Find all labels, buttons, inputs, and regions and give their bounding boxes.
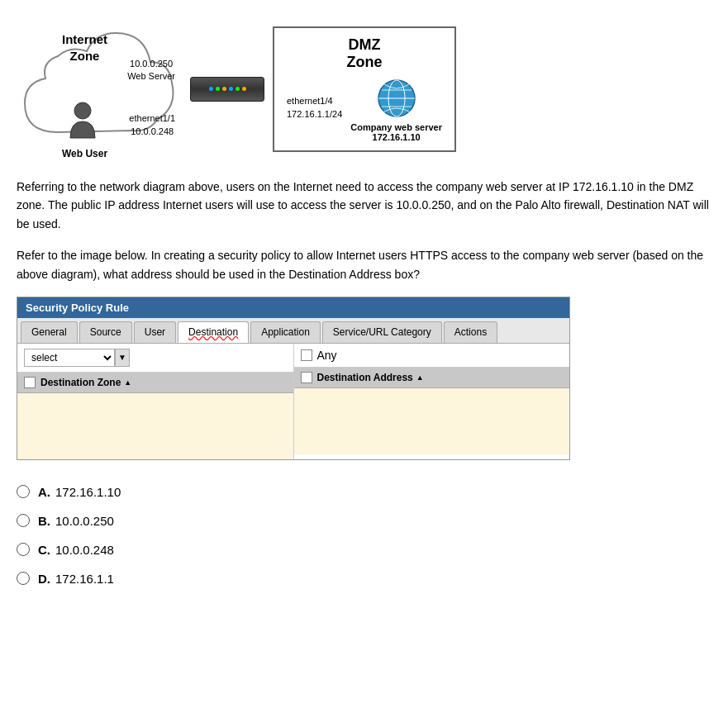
dmz-eth-label: ethernet1/4172.16.1.1/24 bbox=[287, 78, 342, 121]
indicator-blue2 bbox=[229, 87, 233, 91]
answer-item-b[interactable]: B. 10.0.0.250 bbox=[17, 514, 711, 528]
dest-addr-sort-arrow: ▲ bbox=[416, 373, 424, 382]
answer-letter-d: D. bbox=[38, 572, 50, 586]
dmz-server-info: Company web server172.16.1.10 bbox=[350, 78, 442, 142]
answer-item-c[interactable]: C. 10.0.0.248 bbox=[17, 543, 711, 557]
indicator-orange2 bbox=[242, 87, 246, 91]
any-label: Any bbox=[317, 349, 337, 362]
tab-actions[interactable]: Actions bbox=[444, 321, 497, 343]
indicator-green2 bbox=[236, 87, 240, 91]
destination-address-header: Destination Address ▲ bbox=[294, 368, 570, 388]
firewall-device bbox=[190, 77, 264, 102]
question-text-2: Refer to the image below. In creating a … bbox=[17, 246, 711, 283]
dest-zone-sort-arrow: ▲ bbox=[124, 378, 131, 387]
globe-icon bbox=[376, 78, 417, 119]
ethernet1-1-label: ethernet1/1 10.0.0.248 bbox=[129, 112, 175, 138]
dmz-title: DMZZone bbox=[287, 36, 442, 71]
indicator-blue bbox=[209, 87, 213, 91]
answer-value-d: 172.16.1.1 bbox=[55, 572, 114, 586]
answer-letter-c: C. bbox=[38, 543, 50, 557]
indicator-orange bbox=[222, 87, 226, 91]
answer-radio-c[interactable] bbox=[17, 543, 30, 556]
network-diagram: Internet Zone Web User 10.0.0.250 Web Se… bbox=[17, 17, 711, 161]
tab-destination[interactable]: Destination bbox=[178, 321, 249, 343]
indicator-green bbox=[216, 87, 220, 91]
answer-radio-d[interactable] bbox=[17, 572, 30, 585]
tab-general[interactable]: General bbox=[21, 321, 78, 343]
answer-item-d[interactable]: D. 172.16.1.1 bbox=[17, 572, 711, 586]
svg-point-0 bbox=[74, 102, 91, 119]
destination-zone-header: Destination Zone ▲ bbox=[17, 373, 293, 393]
answer-letter-a: A. bbox=[38, 485, 50, 499]
tab-source[interactable]: Source bbox=[79, 321, 132, 343]
security-policy-rule: Security Policy Rule General Source User… bbox=[17, 297, 570, 460]
web-user-label: Web User bbox=[62, 148, 107, 159]
destination-zone-select[interactable]: select bbox=[24, 349, 115, 367]
destination-zone-data-area bbox=[17, 393, 293, 459]
destination-zone-panel: select ▼ Destination Zone ▲ bbox=[17, 344, 294, 459]
destination-zone-label: Destination Zone bbox=[40, 377, 121, 388]
select-arrow[interactable]: ▼ bbox=[115, 349, 130, 367]
tab-service-url-category[interactable]: Service/URL Category bbox=[322, 321, 442, 343]
dest-zone-checkbox[interactable] bbox=[24, 377, 36, 388]
internet-zone-label: Internet Zone bbox=[62, 31, 107, 64]
answer-item-a[interactable]: A. 172.16.1.10 bbox=[17, 485, 711, 499]
answer-value-c: 10.0.0.248 bbox=[55, 543, 114, 557]
firewall-indicators bbox=[209, 87, 246, 91]
destination-address-label: Destination Address bbox=[317, 372, 413, 383]
answer-value-b: 10.0.0.250 bbox=[55, 514, 114, 528]
dest-addr-checkbox[interactable] bbox=[301, 372, 312, 383]
question-text-1: Referring to the network diagram above, … bbox=[17, 178, 711, 233]
firewall-device-area bbox=[190, 77, 264, 102]
destination-address-data-area bbox=[294, 388, 570, 454]
answer-radio-b[interactable] bbox=[17, 514, 30, 527]
policy-rule-header: Security Policy Rule bbox=[17, 297, 569, 318]
web-user-icon bbox=[66, 101, 99, 145]
web-server-label: 10.0.0.250 Web Server bbox=[127, 58, 175, 83]
dmz-inner: ethernet1/4172.16.1.1/24 Company web ser… bbox=[287, 78, 442, 142]
tab-application[interactable]: Application bbox=[250, 321, 321, 343]
destination-address-panel: Any Destination Address ▲ bbox=[294, 344, 570, 459]
answer-choices: A. 172.16.1.10 B. 10.0.0.250 C. 10.0.0.2… bbox=[17, 485, 711, 586]
any-checkbox[interactable] bbox=[301, 349, 312, 361]
answer-radio-a[interactable] bbox=[17, 485, 30, 498]
policy-tabs: General Source User Destination Applicat… bbox=[17, 318, 569, 344]
select-row: select ▼ bbox=[17, 344, 293, 373]
tab-user[interactable]: User bbox=[134, 321, 176, 343]
answer-value-a: 172.16.1.10 bbox=[55, 485, 121, 499]
dmz-zone: DMZZone ethernet1/4172.16.1.1/24 Compa bbox=[273, 26, 456, 152]
policy-content: select ▼ Destination Zone ▲ Any Destinat… bbox=[17, 344, 569, 459]
answer-letter-b: B. bbox=[38, 514, 50, 528]
company-server-label: Company web server172.16.1.10 bbox=[350, 122, 442, 142]
internet-zone: Internet Zone Web User 10.0.0.250 Web Se… bbox=[17, 17, 182, 161]
any-row: Any bbox=[294, 344, 570, 368]
